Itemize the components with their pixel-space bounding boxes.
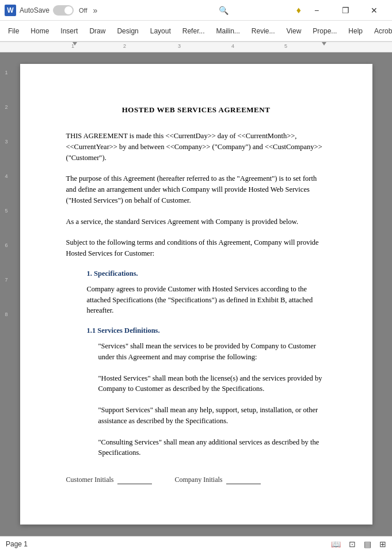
toggle-knob — [64, 6, 73, 14]
page-number: Page 1 — [6, 540, 28, 548]
title-bar: W AutoSave Off » 🔍 ♦ − ❐ ✕ — [0, 0, 392, 21]
status-bar: Page 1 📖 ⊡ ▤ ⊞ — [0, 536, 392, 551]
restore-btn[interactable]: ❐ — [332, 0, 359, 21]
doc-title: HOSTED WEB SERVICES AGREEMENT — [66, 105, 326, 115]
tab-mailings[interactable]: Mailin... — [210, 21, 245, 41]
section1-heading: 1. Specifications. — [66, 269, 326, 278]
ruler-left-indent[interactable] — [73, 42, 77, 45]
company-initials: Company Initials — [175, 476, 261, 484]
tab-view[interactable]: View — [281, 21, 307, 41]
tab-design[interactable]: Design — [111, 21, 144, 41]
autosave-label: AutoSave — [20, 6, 50, 14]
ruler-mark-2: 2 — [123, 43, 126, 49]
def2-text[interactable]: "Hosted Services" shall mean both the li… — [66, 373, 326, 395]
paragraph-standard-services[interactable]: As a service, the standard Services Agre… — [66, 216, 326, 227]
customer-initials-label: Customer Initials — [66, 476, 114, 484]
def4-text[interactable]: "Consulting Services" shall mean any add… — [66, 437, 326, 459]
toggle-state: Off — [79, 7, 87, 14]
section11-heading: 1.1 Services Definitions. — [66, 326, 326, 335]
margin-1: 1 — [5, 70, 7, 75]
tab-references[interactable]: Refer... — [177, 21, 211, 41]
ruler-mark-4: 4 — [231, 43, 234, 49]
paragraph-subject-terms[interactable]: Subject to the following terms and condi… — [66, 237, 326, 259]
tab-properties[interactable]: Prope... — [307, 21, 342, 41]
ruler: 1 2 3 4 5 — [0, 42, 392, 52]
ruler-mark-3: 3 — [178, 43, 181, 49]
layout-icon[interactable]: ▤ — [364, 539, 371, 549]
document-page[interactable]: HOSTED WEB SERVICES AGREEMENT THIS AGREE… — [20, 64, 372, 525]
autosave-toggle[interactable] — [53, 5, 74, 16]
ruler-right-indent[interactable] — [322, 42, 326, 45]
margin-6: 6 — [5, 242, 7, 248]
company-initials-field[interactable] — [226, 476, 261, 484]
status-right: 📖 ⊡ ▤ ⊞ — [331, 539, 386, 549]
tab-home[interactable]: Home — [25, 21, 55, 41]
word-logo: W — [5, 5, 16, 16]
margin-2: 2 — [5, 104, 7, 110]
paragraph-purpose[interactable]: The purpose of this Agreement (hereafter… — [66, 173, 326, 206]
tab-draw[interactable]: Draw — [83, 21, 111, 41]
tab-review[interactable]: Revie... — [246, 21, 281, 41]
margin-4: 4 — [5, 173, 7, 179]
customer-initials: Customer Initials — [66, 476, 152, 484]
section1-text[interactable]: Company agrees to provide Customer with … — [66, 284, 326, 316]
margin-3: 3 — [5, 139, 7, 145]
def1-text[interactable]: "Services" shall mean the services to be… — [66, 341, 326, 363]
ribbon-tabs: File Home Insert Draw Design Layout Refe… — [0, 21, 392, 41]
initials-line: Customer Initials Company Initials — [66, 476, 326, 484]
tab-help[interactable]: Help — [342, 21, 368, 41]
margin-7: 7 — [5, 277, 7, 283]
focus-icon[interactable]: ⊡ — [349, 539, 356, 549]
ruler-content: 1 2 3 4 5 — [2, 42, 390, 52]
customer-initials-field[interactable] — [117, 476, 152, 484]
zoom-icon[interactable]: ⊞ — [379, 539, 386, 549]
left-margin: 1 2 3 4 5 6 7 8 — [0, 52, 13, 536]
tab-file[interactable]: File — [2, 21, 25, 41]
minimize-btn[interactable]: − — [303, 0, 330, 21]
search-btn[interactable]: 🔍 — [219, 6, 229, 15]
title-bar-right: ♦ − ❐ ✕ — [296, 0, 387, 21]
close-btn[interactable]: ✕ — [361, 0, 387, 21]
premium-icon[interactable]: ♦ — [296, 5, 301, 16]
doc-area: 1 2 3 4 5 6 7 8 HOSTED WEB SERVICES AGRE… — [0, 52, 392, 536]
margin-8: 8 — [5, 311, 7, 317]
tab-layout[interactable]: Layout — [144, 21, 177, 41]
paragraph-agreement-parties[interactable]: THIS AGREEMENT is made this <<CurrentDay… — [66, 131, 326, 163]
margin-5: 5 — [5, 208, 7, 214]
company-initials-label: Company Initials — [175, 476, 223, 484]
readmode-icon[interactable]: 📖 — [331, 539, 341, 549]
more-commands-btn[interactable]: » — [91, 5, 100, 16]
ruler-mark-5: 5 — [284, 43, 287, 49]
tab-acrobat[interactable]: Acrob... — [368, 21, 392, 41]
def3-text[interactable]: "Support Services" shall mean any help, … — [66, 405, 326, 427]
ribbon: File Home Insert Draw Design Layout Refe… — [0, 21, 392, 42]
title-bar-center: 🔍 — [150, 6, 296, 15]
tab-insert[interactable]: Insert — [55, 21, 83, 41]
title-bar-left: W AutoSave Off » — [5, 5, 150, 16]
